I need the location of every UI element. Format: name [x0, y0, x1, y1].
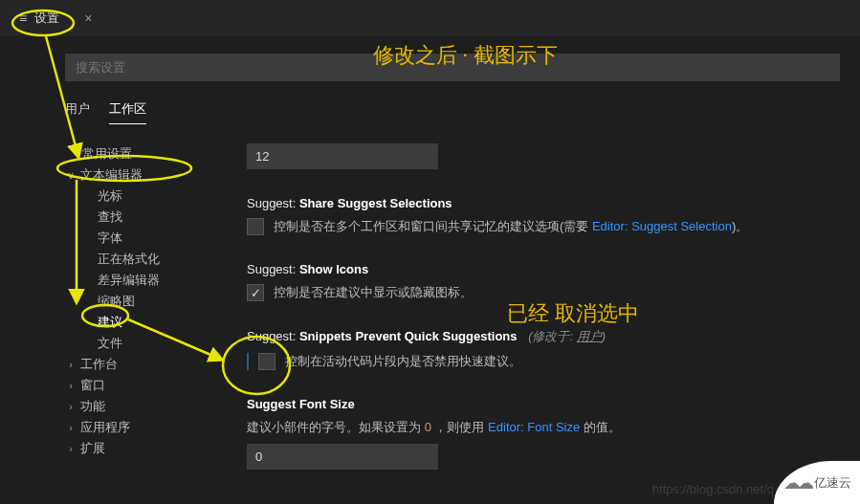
tree-formatting[interactable]: 正在格式化 [65, 249, 237, 270]
tree-extensions[interactable]: ›扩展 [65, 438, 237, 459]
tree-files[interactable]: 文件 [65, 333, 237, 354]
tree-diff[interactable]: 差异编辑器 [65, 270, 237, 291]
setting-snippets-prevent: Suggest: Snippets Prevent Quick Suggesti… [247, 328, 841, 370]
tab-workspace[interactable]: 工作区 [109, 100, 146, 124]
chevron-right-icon: › [65, 354, 77, 375]
chevron-down-icon: ∨ [65, 164, 77, 186]
annotation-top: 修改之后 · 截图示下 [373, 41, 558, 70]
tree-find[interactable]: 查找 [65, 207, 237, 228]
chevron-right-icon: › [65, 375, 77, 396]
suggest-font-size-input[interactable] [247, 444, 438, 470]
tree-minimap[interactable]: 缩略图 [65, 291, 237, 312]
setting-suggest-font-size: Suggest Font Size 建议小部件的字号。如果设置为 0 ，则使用 … [247, 397, 841, 470]
chevron-right-icon: › [65, 417, 77, 438]
setting-desc: 控制是否在多个工作区和窗口间共享记忆的建议选项(需要 Editor: Sugge… [274, 218, 748, 235]
tree-texteditor[interactable]: ∨文本编辑器 [65, 164, 237, 186]
settings-icon: ≡ [19, 11, 27, 26]
checkbox-show-icons[interactable]: ✓ [247, 284, 264, 301]
link-editor-font-size[interactable]: Editor: Font Size [488, 420, 580, 434]
tree-application[interactable]: ›应用程序 [65, 417, 237, 438]
tree-font[interactable]: 字体 [65, 228, 237, 249]
tab-settings[interactable]: ≡ 设置 × [10, 6, 101, 31]
tab-user[interactable]: 用户 [65, 100, 90, 124]
close-icon[interactable]: × [84, 11, 92, 26]
scope-tabs: 用户 工作区 [65, 100, 860, 124]
link-suggest-selection[interactable]: Editor: Suggest Selection [592, 219, 732, 233]
setting-scope-note: (修改于: 用户) [528, 329, 606, 343]
settings-tree: 常用设置 ∨文本编辑器 光标 查找 字体 正在格式化 差异编辑器 缩略图 建议 … [65, 143, 237, 470]
tree-suggest[interactable]: 建议 [65, 312, 237, 333]
checkbox-share-selections[interactable] [247, 218, 264, 235]
chevron-right-icon: › [65, 396, 77, 417]
titlebar: ≡ 设置 × [0, 0, 860, 36]
setting-share-selections: Suggest: Share Suggest Selections 控制是否在多… [247, 196, 841, 235]
numeric-input-top[interactable] [247, 143, 438, 169]
tree-cursor[interactable]: 光标 [65, 186, 237, 207]
annotation-right: 已经 取消选中 [507, 299, 639, 328]
setting-desc: 控制在活动代码片段内是否禁用快速建议。 [285, 353, 521, 370]
tab-title: 设置 [34, 10, 59, 27]
setting-show-icons: Suggest: Show Icons ✓ 控制是否在建议中显示或隐藏图标。 [247, 262, 841, 301]
watermark: https://blog.csdn.net/q [652, 482, 774, 496]
chevron-right-icon: › [65, 438, 77, 459]
tree-window[interactable]: ›窗口 [65, 375, 237, 396]
checkbox-snippets-prevent[interactable] [258, 353, 276, 370]
tree-workbench[interactable]: ›工作台 [65, 354, 237, 375]
setting-desc: 控制是否在建议中显示或隐藏图标。 [274, 284, 473, 301]
tree-features[interactable]: ›功能 [65, 396, 237, 417]
cloud-icon: ☁☁ [783, 472, 810, 493]
tree-common[interactable]: 常用设置 [65, 143, 237, 164]
